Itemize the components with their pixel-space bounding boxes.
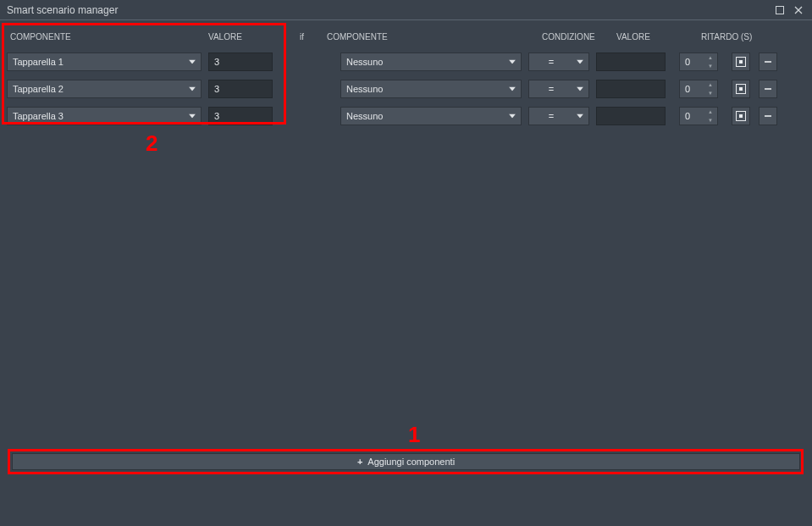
table-row: Tapparella 3 Nessuno = 0 ▲ ▼ <box>7 105 805 127</box>
svg-rect-0 <box>776 6 784 14</box>
right-value-input[interactable] <box>596 107 666 125</box>
right-component-select[interactable]: Nessuno <box>340 107 522 125</box>
svg-marker-15 <box>189 114 196 119</box>
window-title: Smart scenario manager <box>7 4 768 16</box>
svg-rect-13 <box>739 87 743 91</box>
arrow-up-icon[interactable]: ▲ <box>706 108 715 115</box>
left-component-value: Tapparella 1 <box>13 57 64 67</box>
header-right-ritardo: Ritardo (s) <box>701 32 757 42</box>
condition-value: = <box>549 111 554 121</box>
right-value-input[interactable] <box>596 80 666 98</box>
chevron-down-icon <box>577 87 583 91</box>
options-button[interactable] <box>732 107 750 125</box>
left-value-input[interactable] <box>208 107 273 125</box>
content-area: COMPONENTE VALORE if COMPONENTE CONDIZIO… <box>0 20 812 526</box>
condition-select[interactable]: = <box>528 53 589 71</box>
condition-select[interactable]: = <box>528 80 589 98</box>
delay-value: 0 <box>685 57 690 67</box>
delay-spinner[interactable]: 0 ▲ ▼ <box>679 53 718 71</box>
header-right-condizione: CONDIZIONE <box>542 32 616 42</box>
delay-spinner[interactable]: 0 ▲ ▼ <box>679 80 718 98</box>
left-component-select[interactable]: Tapparella 2 <box>7 80 202 98</box>
svg-marker-11 <box>577 87 583 91</box>
arrow-down-icon[interactable]: ▼ <box>706 117 715 124</box>
spinner-arrows: ▲ ▼ <box>706 108 715 124</box>
table-row: Tapparella 2 Nessuno = 0 ▲ ▼ <box>7 78 805 100</box>
delay-spinner[interactable]: 0 ▲ ▼ <box>679 107 718 125</box>
condition-select[interactable]: = <box>528 107 589 125</box>
svg-marker-17 <box>577 114 583 119</box>
chevron-down-icon <box>577 60 583 64</box>
table-row: Tapparella 1 Nessuno = 0 ▲ ▼ <box>7 51 805 73</box>
right-component-select[interactable]: Nessuno <box>340 80 522 98</box>
close-icon[interactable] <box>792 3 805 17</box>
svg-marker-10 <box>509 87 516 91</box>
arrow-up-icon[interactable]: ▲ <box>706 54 715 61</box>
chevron-down-icon <box>189 114 196 119</box>
svg-marker-16 <box>509 114 516 119</box>
left-component-select[interactable]: Tapparella 3 <box>7 107 202 125</box>
condition-value: = <box>549 84 554 94</box>
svg-marker-9 <box>189 87 196 91</box>
delay-value: 0 <box>685 111 690 121</box>
remove-button[interactable] <box>759 107 777 125</box>
options-button[interactable] <box>732 53 750 71</box>
chevron-down-icon <box>509 114 516 119</box>
header-left-valore: VALORE <box>208 32 279 42</box>
left-component-select[interactable]: Tapparella 1 <box>7 53 202 71</box>
right-component-select[interactable]: Nessuno <box>340 53 522 71</box>
arrow-down-icon[interactable]: ▼ <box>706 90 715 97</box>
chevron-down-icon <box>189 60 196 64</box>
add-components-button[interactable]: + Aggiungi componenti <box>12 453 800 470</box>
remove-button[interactable] <box>759 80 777 98</box>
delay-value: 0 <box>685 84 690 94</box>
left-value-input[interactable] <box>208 53 273 71</box>
svg-marker-4 <box>509 60 516 64</box>
arrow-up-icon[interactable]: ▲ <box>706 81 715 88</box>
svg-marker-3 <box>189 60 196 64</box>
left-component-value: Tapparella 2 <box>13 84 64 94</box>
right-component-value: Nessuno <box>346 84 383 94</box>
maximize-icon[interactable] <box>773 3 787 17</box>
left-value-input[interactable] <box>208 80 273 98</box>
chevron-down-icon <box>577 114 583 119</box>
chevron-down-icon <box>509 87 516 91</box>
header-right-valore: VALORE <box>616 32 701 42</box>
header-left-componente: COMPONENTE <box>7 32 208 42</box>
header-right-componente: COMPONENTE <box>327 32 542 42</box>
options-button[interactable] <box>732 80 750 98</box>
svg-rect-19 <box>739 114 743 118</box>
svg-marker-5 <box>577 60 583 64</box>
chevron-down-icon <box>509 60 516 64</box>
spinner-arrows: ▲ ▼ <box>706 54 715 69</box>
svg-rect-7 <box>739 60 743 64</box>
titlebar: Smart scenario manager <box>0 0 812 20</box>
arrow-down-icon[interactable]: ▼ <box>706 63 715 69</box>
header-if: if <box>279 32 327 42</box>
chevron-down-icon <box>189 87 196 91</box>
add-components-label: Aggiungi componenti <box>367 457 455 467</box>
left-component-value: Tapparella 3 <box>13 111 64 121</box>
right-value-input[interactable] <box>596 53 666 71</box>
spinner-arrows: ▲ ▼ <box>706 81 715 97</box>
remove-button[interactable] <box>759 53 777 71</box>
right-component-value: Nessuno <box>346 111 383 121</box>
plus-icon: + <box>357 457 362 467</box>
column-headers: COMPONENTE VALORE if COMPONENTE CONDIZIO… <box>7 27 805 46</box>
right-component-value: Nessuno <box>346 57 383 67</box>
condition-value: = <box>549 57 554 67</box>
